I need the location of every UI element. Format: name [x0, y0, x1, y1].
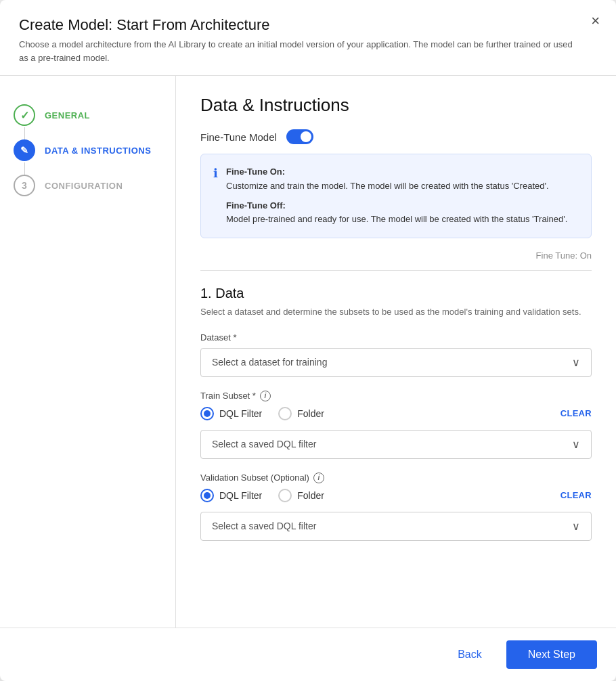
data-section-desc: Select a dataset and determine the subse… [200, 305, 592, 319]
train-dql-label: DQL Filter [219, 408, 262, 419]
modal-subtitle: Choose a model architecture from the AI … [19, 38, 574, 64]
next-step-button[interactable]: Next Step [506, 640, 597, 669]
sidebar-item-general[interactable]: ✓ GENERAL [14, 97, 162, 133]
sidebar-item-configuration[interactable]: 3 CONFIGURATION [14, 168, 162, 203]
train-subset-placeholder: Select a saved DQL filter [212, 439, 316, 449]
dataset-dropdown[interactable]: Select a dataset for training ∨ [200, 348, 592, 377]
modal-header: Create Model: Start From Architecture Ch… [0, 0, 616, 76]
validation-dql-label: DQL Filter [219, 490, 262, 501]
validation-dql-radio-button[interactable] [200, 489, 214, 502]
dataset-label: Dataset * [200, 332, 592, 343]
validation-subset-radio-group: DQL Filter Folder CLEAR [200, 489, 592, 502]
validation-dql-filter-option[interactable]: DQL Filter [200, 489, 262, 502]
modal: Create Model: Start From Architecture Ch… [0, 0, 616, 681]
validation-subset-dropdown[interactable]: Select a saved DQL filter ∨ [200, 512, 592, 541]
modal-footer: Back Next Step [0, 628, 616, 681]
sidebar: ✓ GENERAL ✎ DATA & INSTRUCTIONS 3 CONFIG… [0, 76, 176, 628]
data-section-title: 1. Data [200, 286, 592, 301]
info-text: Fine-Tune On: Customize and train the mo… [226, 165, 567, 227]
edit-icon: ✎ [20, 145, 28, 156]
train-subset-label: Train Subset * i [200, 391, 592, 401]
fine-tune-off-title: Fine-Tune Off: [226, 200, 286, 211]
section-title: Data & Instructions [200, 95, 592, 116]
fine-tune-on-desc: Customize and train the model. The model… [226, 181, 549, 191]
sidebar-item-data-instructions[interactable]: ✎ DATA & INSTRUCTIONS [14, 133, 162, 168]
step-circle-config: 3 [14, 175, 35, 196]
train-subset-dropdown[interactable]: Select a saved DQL filter ∨ [200, 430, 592, 459]
dataset-chevron-down-icon: ∨ [572, 356, 580, 369]
train-subset-chevron-down-icon: ∨ [572, 438, 580, 451]
divider [200, 270, 592, 271]
train-folder-label: Folder [297, 408, 324, 419]
train-subset-info-icon: i [260, 391, 271, 401]
finetune-toggle[interactable] [286, 129, 313, 144]
finetune-row: Fine-Tune Model [200, 129, 592, 144]
finetune-label: Fine-Tune Model [200, 131, 277, 143]
step-label-data: DATA & INSTRUCTIONS [45, 146, 151, 156]
train-dql-radio-button[interactable] [200, 407, 214, 420]
info-box: ℹ Fine-Tune On: Customize and train the … [200, 154, 592, 238]
validation-clear-button[interactable]: CLEAR [560, 490, 592, 500]
main-content: Data & Instructions Fine-Tune Model ℹ Fi… [176, 76, 616, 628]
step-circle-general: ✓ [14, 104, 35, 126]
train-dql-filter-option[interactable]: DQL Filter [200, 407, 262, 420]
validation-subset-info-icon: i [313, 473, 324, 483]
validation-subset-chevron-down-icon: ∨ [572, 520, 580, 533]
fine-tune-status: Fine Tune: On [200, 250, 592, 261]
checkmark-icon: ✓ [20, 109, 29, 122]
step-label-config: CONFIGURATION [45, 181, 123, 191]
train-folder-radio-button[interactable] [278, 407, 292, 420]
info-icon: ℹ [213, 166, 218, 227]
validation-subset-label: Validation Subset (Optional) i [200, 473, 592, 483]
dataset-placeholder: Select a dataset for training [212, 357, 327, 368]
back-button[interactable]: Back [444, 642, 496, 667]
step-number-config: 3 [22, 180, 27, 191]
train-clear-button[interactable]: CLEAR [560, 408, 592, 418]
validation-folder-radio-button[interactable] [278, 489, 292, 502]
modal-title: Create Model: Start From Architecture [19, 16, 597, 34]
modal-body: ✓ GENERAL ✎ DATA & INSTRUCTIONS 3 CONFIG… [0, 76, 616, 628]
step-label-general: GENERAL [45, 110, 90, 120]
validation-subset-placeholder: Select a saved DQL filter [212, 521, 316, 531]
train-folder-option[interactable]: Folder [278, 407, 324, 420]
step-circle-data: ✎ [14, 139, 35, 161]
validation-dql-radio-inner [204, 492, 211, 499]
train-dql-radio-inner [204, 410, 211, 417]
fine-tune-on-title: Fine-Tune On: [226, 167, 285, 177]
validation-folder-label: Folder [297, 490, 324, 501]
close-button[interactable]: × [591, 14, 600, 28]
train-subset-radio-group: DQL Filter Folder CLEAR [200, 407, 592, 420]
fine-tune-off-desc: Model pre-trained and ready for use. The… [226, 214, 567, 224]
validation-folder-option[interactable]: Folder [278, 489, 324, 502]
